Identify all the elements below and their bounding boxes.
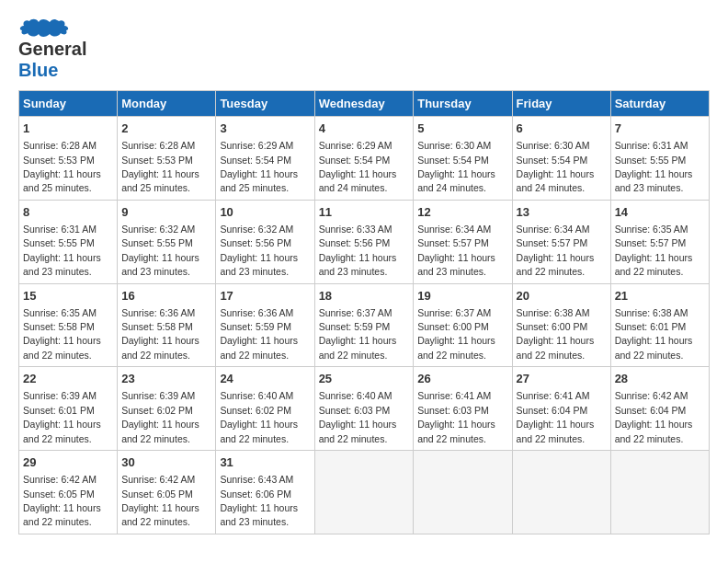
day-info: Sunrise: 6:39 AMSunset: 6:01 PMDaylight:… (23, 390, 101, 443)
calendar-day-cell (414, 451, 512, 534)
day-number: 18 (319, 288, 410, 304)
day-number: 17 (220, 288, 310, 304)
logo: General Blue (18, 18, 86, 81)
day-number: 8 (23, 204, 113, 221)
day-info: Sunrise: 6:34 AMSunset: 5:57 PMDaylight:… (517, 224, 595, 277)
header-monday: Monday (118, 91, 216, 117)
day-info: Sunrise: 6:29 AMSunset: 5:54 PMDaylight:… (319, 140, 397, 193)
bird-icon (18, 18, 69, 39)
calendar-day-cell: 11 Sunrise: 6:33 AMSunset: 5:56 PMDaylig… (314, 200, 414, 283)
day-info: Sunrise: 6:40 AMSunset: 6:03 PMDaylight:… (319, 390, 397, 443)
header-thursday: Thursday (414, 91, 512, 117)
header-sunday: Sunday (19, 91, 118, 117)
day-number: 11 (319, 204, 410, 221)
day-number: 29 (23, 454, 113, 471)
day-info: Sunrise: 6:34 AMSunset: 5:57 PMDaylight:… (417, 224, 495, 277)
calendar-week-row: 15 Sunrise: 6:35 AMSunset: 5:58 PMDaylig… (19, 283, 710, 367)
day-info: Sunrise: 6:30 AMSunset: 5:54 PMDaylight:… (417, 140, 495, 193)
day-number: 24 (220, 371, 310, 387)
calendar-day-cell: 28 Sunrise: 6:42 AMSunset: 6:04 PMDaylig… (610, 367, 709, 451)
day-number: 27 (517, 371, 607, 387)
calendar-day-cell: 27 Sunrise: 6:41 AMSunset: 6:04 PMDaylig… (512, 367, 610, 451)
page-header: General Blue (18, 18, 710, 81)
calendar-day-cell: 9 Sunrise: 6:32 AMSunset: 5:55 PMDayligh… (118, 200, 216, 283)
day-info: Sunrise: 6:32 AMSunset: 5:56 PMDaylight:… (220, 224, 298, 277)
calendar-day-cell: 14 Sunrise: 6:35 AMSunset: 5:57 PMDaylig… (610, 200, 709, 283)
day-info: Sunrise: 6:36 AMSunset: 5:59 PMDaylight:… (220, 307, 298, 361)
day-info: Sunrise: 6:42 AMSunset: 6:05 PMDaylight:… (23, 474, 101, 527)
calendar-week-row: 29 Sunrise: 6:42 AMSunset: 6:05 PMDaylig… (19, 451, 710, 534)
calendar-day-cell: 22 Sunrise: 6:39 AMSunset: 6:01 PMDaylig… (19, 367, 118, 451)
day-info: Sunrise: 6:31 AMSunset: 5:55 PMDaylight:… (23, 224, 101, 277)
header-saturday: Saturday (610, 91, 709, 117)
calendar-day-cell: 2 Sunrise: 6:28 AMSunset: 5:53 PMDayligh… (118, 117, 216, 201)
logo-block: General Blue (18, 18, 86, 81)
calendar-day-cell: 29 Sunrise: 6:42 AMSunset: 6:05 PMDaylig… (19, 451, 118, 534)
calendar-day-cell: 7 Sunrise: 6:31 AMSunset: 5:55 PMDayligh… (610, 117, 709, 201)
calendar-day-cell: 30 Sunrise: 6:42 AMSunset: 6:05 PMDaylig… (118, 451, 216, 534)
calendar-week-row: 8 Sunrise: 6:31 AMSunset: 5:55 PMDayligh… (19, 200, 710, 283)
day-number: 20 (517, 288, 607, 304)
day-info: Sunrise: 6:43 AMSunset: 6:06 PMDaylight:… (220, 474, 298, 527)
calendar-day-cell: 15 Sunrise: 6:35 AMSunset: 5:58 PMDaylig… (19, 283, 118, 367)
day-number: 28 (615, 371, 705, 387)
calendar-week-row: 22 Sunrise: 6:39 AMSunset: 6:01 PMDaylig… (19, 367, 710, 451)
calendar-day-cell: 20 Sunrise: 6:38 AMSunset: 6:00 PMDaylig… (512, 283, 610, 367)
calendar-day-cell: 12 Sunrise: 6:34 AMSunset: 5:57 PMDaylig… (414, 200, 512, 283)
day-number: 21 (615, 288, 705, 304)
day-number: 16 (121, 288, 211, 304)
calendar-header-row: Sunday Monday Tuesday Wednesday Thursday… (19, 91, 710, 117)
day-info: Sunrise: 6:29 AMSunset: 5:54 PMDaylight:… (220, 140, 298, 193)
day-number: 7 (615, 121, 705, 137)
day-number: 25 (319, 371, 410, 387)
calendar-table: Sunday Monday Tuesday Wednesday Thursday… (18, 90, 710, 534)
calendar-day-cell: 17 Sunrise: 6:36 AMSunset: 5:59 PMDaylig… (216, 283, 314, 367)
day-info: Sunrise: 6:39 AMSunset: 6:02 PMDaylight:… (121, 390, 199, 443)
day-number: 6 (517, 121, 607, 137)
day-number: 23 (121, 371, 211, 387)
day-number: 10 (220, 204, 310, 221)
day-info: Sunrise: 6:38 AMSunset: 6:01 PMDaylight:… (615, 307, 693, 361)
day-info: Sunrise: 6:38 AMSunset: 6:00 PMDaylight:… (517, 307, 595, 361)
day-number: 1 (23, 121, 113, 137)
day-info: Sunrise: 6:42 AMSunset: 6:04 PMDaylight:… (615, 390, 693, 443)
calendar-day-cell: 8 Sunrise: 6:31 AMSunset: 5:55 PMDayligh… (19, 200, 118, 283)
calendar-day-cell: 10 Sunrise: 6:32 AMSunset: 5:56 PMDaylig… (216, 200, 314, 283)
logo-blue: Blue (18, 60, 58, 80)
day-number: 22 (23, 371, 113, 387)
day-number: 13 (517, 204, 607, 221)
day-number: 3 (220, 121, 310, 137)
day-info: Sunrise: 6:37 AMSunset: 5:59 PMDaylight:… (319, 307, 397, 361)
day-info: Sunrise: 6:28 AMSunset: 5:53 PMDaylight:… (23, 140, 101, 193)
day-info: Sunrise: 6:33 AMSunset: 5:56 PMDaylight:… (319, 224, 397, 277)
day-number: 31 (220, 454, 310, 471)
day-info: Sunrise: 6:30 AMSunset: 5:54 PMDaylight:… (517, 140, 595, 193)
calendar-day-cell: 19 Sunrise: 6:37 AMSunset: 6:00 PMDaylig… (414, 283, 512, 367)
day-info: Sunrise: 6:40 AMSunset: 6:02 PMDaylight:… (220, 390, 298, 443)
calendar-day-cell: 23 Sunrise: 6:39 AMSunset: 6:02 PMDaylig… (118, 367, 216, 451)
day-info: Sunrise: 6:41 AMSunset: 6:04 PMDaylight:… (517, 390, 595, 443)
calendar-day-cell: 4 Sunrise: 6:29 AMSunset: 5:54 PMDayligh… (314, 117, 414, 201)
day-info: Sunrise: 6:28 AMSunset: 5:53 PMDaylight:… (121, 140, 199, 193)
day-number: 12 (417, 204, 507, 221)
logo-general: General (18, 39, 86, 60)
day-number: 14 (615, 204, 705, 221)
calendar-day-cell (610, 451, 709, 534)
day-info: Sunrise: 6:31 AMSunset: 5:55 PMDaylight:… (615, 140, 693, 193)
calendar-day-cell: 1 Sunrise: 6:28 AMSunset: 5:53 PMDayligh… (19, 117, 118, 201)
calendar-day-cell: 16 Sunrise: 6:36 AMSunset: 5:58 PMDaylig… (118, 283, 216, 367)
day-info: Sunrise: 6:42 AMSunset: 6:05 PMDaylight:… (121, 474, 199, 527)
day-info: Sunrise: 6:36 AMSunset: 5:58 PMDaylight:… (121, 307, 199, 361)
calendar-week-row: 1 Sunrise: 6:28 AMSunset: 5:53 PMDayligh… (19, 117, 710, 201)
day-info: Sunrise: 6:37 AMSunset: 6:00 PMDaylight:… (417, 307, 495, 361)
day-number: 15 (23, 288, 113, 304)
day-info: Sunrise: 6:35 AMSunset: 5:58 PMDaylight:… (23, 307, 101, 361)
calendar-day-cell: 26 Sunrise: 6:41 AMSunset: 6:03 PMDaylig… (414, 367, 512, 451)
day-number: 2 (121, 121, 211, 137)
calendar-day-cell: 13 Sunrise: 6:34 AMSunset: 5:57 PMDaylig… (512, 200, 610, 283)
day-info: Sunrise: 6:32 AMSunset: 5:55 PMDaylight:… (121, 224, 199, 277)
calendar-day-cell: 5 Sunrise: 6:30 AMSunset: 5:54 PMDayligh… (414, 117, 512, 201)
calendar-day-cell: 6 Sunrise: 6:30 AMSunset: 5:54 PMDayligh… (512, 117, 610, 201)
header-tuesday: Tuesday (216, 91, 314, 117)
day-number: 5 (417, 121, 507, 137)
